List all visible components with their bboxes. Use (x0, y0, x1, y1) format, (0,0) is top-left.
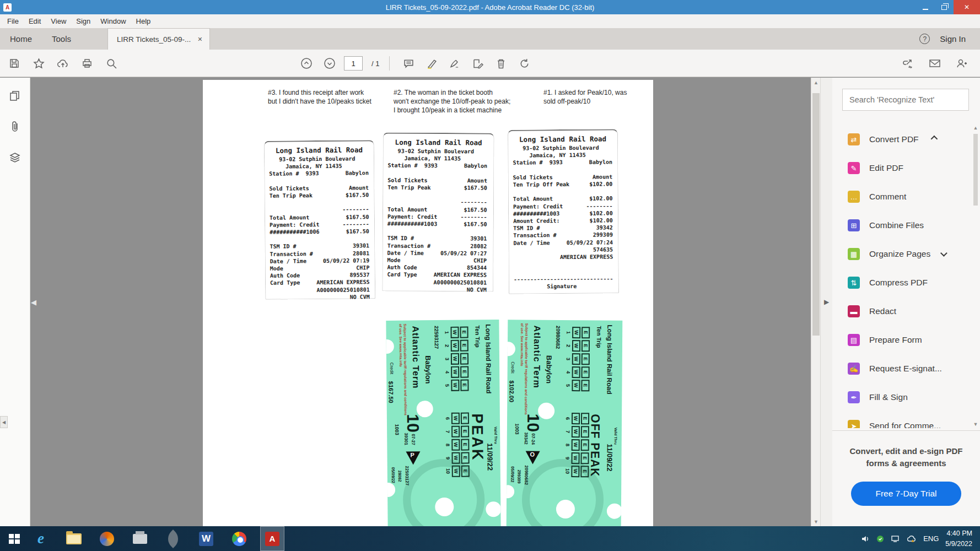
search-button[interactable] (103, 54, 120, 73)
previous-page-button[interactable] (298, 54, 315, 73)
layers-button[interactable] (9, 152, 21, 166)
sign-button[interactable] (446, 54, 464, 73)
star-button[interactable] (30, 54, 47, 73)
export-document-icon (472, 58, 484, 69)
tool-combine-files[interactable]: ⊞ Combine Files (832, 211, 980, 240)
ticket-trip-count: 10 (525, 413, 541, 432)
tools-search-input[interactable] (849, 95, 962, 104)
tool-prepare-form[interactable]: ▤ Prepare Form (832, 326, 980, 354)
ticket-trip-count: 10 (405, 414, 421, 433)
highlight-button[interactable] (423, 54, 440, 73)
fill-sign-icon: ✒ (848, 391, 860, 403)
volume-icon[interactable] (861, 534, 870, 543)
tab-close-icon[interactable]: ✕ (197, 36, 202, 43)
tool-request-esignature[interactable]: ✍ Request E-signat... (832, 354, 980, 383)
scrollbar-thumb[interactable] (812, 93, 820, 336)
sign-in-button[interactable]: Sign In (940, 34, 966, 44)
comment-button[interactable] (400, 54, 417, 73)
email-button[interactable] (926, 54, 944, 73)
toolbar: / 1 (0, 50, 980, 77)
tab-home[interactable]: Home (0, 28, 42, 50)
receipt-title: Long Island Rail Road (513, 134, 613, 143)
tool-convert-pdf[interactable]: ⇄ Convert PDF (832, 125, 980, 154)
page-number-input[interactable] (344, 56, 363, 71)
taskbar-file-explorer[interactable] (62, 526, 86, 551)
punch-hole (507, 342, 515, 356)
tool-send-for-comments[interactable]: ➤ Send for Comme... (832, 412, 980, 428)
taskbar-acrobat-reader[interactable]: A (260, 526, 284, 551)
collapse-left-icon[interactable]: ◀ (31, 298, 36, 306)
document-scrollbar[interactable]: ▲ ▼ (811, 78, 820, 526)
tray-time: 4:40 PM (945, 528, 972, 539)
taskbar-printer-app[interactable] (128, 526, 152, 551)
menu-edit[interactable]: Edit (24, 14, 46, 28)
punch-box: W (572, 380, 580, 391)
panel-collapse-strip[interactable]: ▶ (820, 78, 832, 526)
export-pdf-button[interactable] (469, 54, 487, 73)
rotate-button[interactable] (515, 54, 533, 73)
free-trial-button[interactable]: Free 7-Day Trial (851, 482, 961, 506)
tool-comment[interactable]: … Comment (832, 182, 980, 211)
attachments-button[interactable] (9, 121, 20, 135)
tool-fill-sign[interactable]: ✒ Fill & Sign (832, 383, 980, 412)
tab-document[interactable]: LIRR Tickets_05-09-... ✕ (107, 28, 210, 50)
panel-scroll-up-icon[interactable]: ▲ (972, 125, 979, 131)
tools-search-box[interactable] (842, 89, 969, 111)
print-button[interactable] (78, 54, 96, 73)
taskbar-chrome[interactable] (227, 526, 251, 551)
menu-window[interactable]: Window (95, 14, 131, 28)
cloud-warning-icon[interactable] (907, 535, 917, 543)
tool-edit-pdf[interactable]: ✎ Edit PDF (832, 154, 980, 182)
punch-number: 8 (444, 444, 450, 446)
trial-promo: Convert, edit and e-sign PDF forms & agr… (832, 430, 980, 506)
scroll-up-icon[interactable]: ▲ (811, 78, 820, 87)
punch-box: E (460, 380, 469, 391)
panel-scroll-down-icon[interactable]: ▼ (972, 422, 979, 427)
taskbar-internet-explorer[interactable]: e (29, 526, 53, 551)
menu-bar: File Edit View Sign Window Help (0, 14, 980, 28)
panel-scrollbar-thumb[interactable] (973, 134, 978, 206)
tool-compress-pdf[interactable]: ⇅ Compress PDF (832, 268, 980, 297)
security-status-icon[interactable] (876, 535, 884, 543)
tool-organize-pages[interactable]: ▦ Organize Pages (832, 240, 980, 268)
chevron-up-icon[interactable] (930, 135, 938, 142)
delete-button[interactable] (492, 54, 510, 73)
taskbar-word[interactable]: W (194, 526, 218, 551)
page-up-icon (300, 57, 313, 70)
restore-icon (941, 5, 947, 10)
language-indicator[interactable]: ENG (923, 534, 939, 543)
taskbar-photos-app[interactable] (95, 526, 119, 551)
taskbar-pen-app[interactable] (161, 526, 185, 551)
chevron-down-icon[interactable] (940, 250, 947, 257)
menu-file[interactable]: File (2, 14, 24, 28)
ticket-code: 1003 (394, 424, 400, 435)
page-thumbnails-button[interactable] (9, 90, 21, 104)
network-icon[interactable] (891, 535, 900, 543)
punch-row: 1WE (565, 327, 590, 338)
taskbar: e W A BOARD RESOLVING SINCE 2004 ENG 4:4… (0, 526, 980, 551)
internet-explorer-icon: e (37, 530, 44, 547)
tool-redact[interactable]: ▬ Redact (832, 297, 980, 326)
close-button[interactable]: ✕ (954, 0, 980, 14)
next-page-button[interactable] (321, 54, 338, 73)
cloud-upload-button[interactable] (54, 54, 72, 73)
minimize-button[interactable] (916, 0, 935, 14)
menu-sign[interactable]: Sign (71, 14, 95, 28)
tray-clock[interactable]: 4:40 PM 5/9/2022 (945, 528, 972, 549)
organize-pages-icon: ▦ (848, 248, 860, 260)
sign-link-button[interactable] (900, 54, 917, 73)
ticket-valid-thru-label: Valid Thru (614, 428, 618, 445)
menu-help[interactable]: Help (131, 14, 156, 28)
ticket-credit-label: Credit (510, 361, 515, 373)
menu-view[interactable]: View (46, 14, 71, 28)
tab-tools[interactable]: Tools (42, 28, 81, 50)
pane-splitter-arrow[interactable]: ◀ (0, 416, 8, 428)
share-button[interactable] (952, 54, 970, 73)
panel-scrollbar[interactable]: ▲ ▼ (972, 125, 979, 427)
scroll-down-icon[interactable]: ▼ (811, 517, 820, 526)
restore-button[interactable] (935, 0, 954, 14)
start-button[interactable] (0, 526, 29, 551)
save-button[interactable] (6, 54, 23, 73)
help-icon[interactable]: ? (919, 34, 930, 44)
punch-row: 5WE (444, 380, 469, 391)
